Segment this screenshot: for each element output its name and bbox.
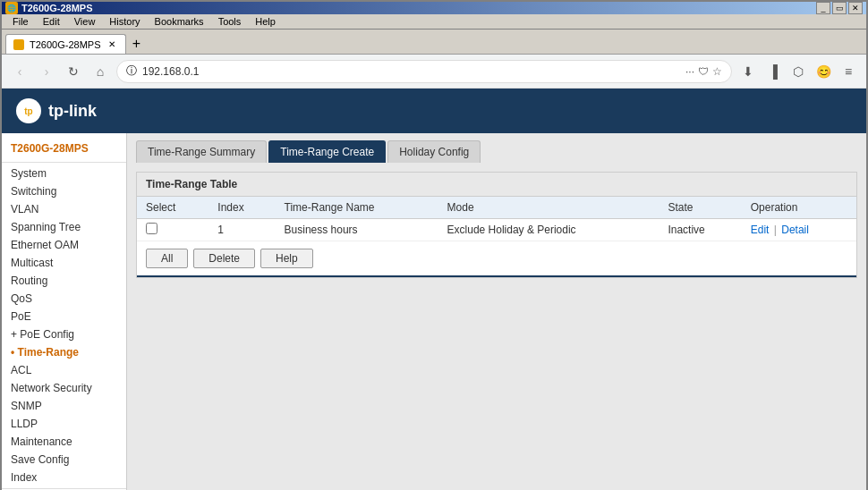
sidebar: T2600G-28MPS System Switching VLAN Spann… xyxy=(2,133,127,490)
sidebar-item-acl[interactable]: ACL xyxy=(2,361,126,379)
row-index: 1 xyxy=(208,219,275,241)
logo-text: tp-link xyxy=(48,102,97,121)
content-area: Time-Range Summary Time-Range Create Hol… xyxy=(127,133,866,490)
sidebar-item-routing[interactable]: Routing xyxy=(2,272,126,290)
col-mode: Mode xyxy=(438,197,660,219)
sidebar-item-index[interactable]: Index xyxy=(2,469,126,486)
sidebar-item-poe[interactable]: PoE xyxy=(2,308,126,325)
sidebar-item-poe-config[interactable]: + PoE Config xyxy=(2,325,126,343)
row-name: Business hours xyxy=(276,219,438,241)
row-checkbox[interactable] xyxy=(146,223,157,234)
tab-time-range-create[interactable]: Time-Range Create xyxy=(268,140,386,163)
sidebar-item-multicast[interactable]: Multicast xyxy=(2,254,126,272)
sidebar-item-time-range[interactable]: • Time-Range xyxy=(2,343,126,361)
sidebar-item-save-config[interactable]: Save Config xyxy=(2,451,126,469)
sidebar-item-system[interactable]: System xyxy=(2,165,126,182)
table-header-row: Select Index Time-Range Name Mode State … xyxy=(137,197,856,219)
dots-icon: ··· xyxy=(685,65,694,78)
table-container: Time-Range Table Select Index Time-Range… xyxy=(136,172,857,278)
sidebar-divider-bottom xyxy=(2,488,126,489)
browser-tab-active[interactable]: T2600G-28MPS ✕ xyxy=(5,34,126,54)
address-bar: ‹ › ↻ ⌂ ⓘ 192.168.0.1 ··· 🛡 ☆ ⬇ ▐ ⬡ 😊 ≡ xyxy=(2,55,866,89)
edit-link[interactable]: Edit xyxy=(751,224,770,236)
menu-dots-icon[interactable]: ≡ xyxy=(838,61,859,82)
table-buttons: All Delete Help xyxy=(137,241,856,275)
sidebar-item-snmp[interactable]: SNMP xyxy=(2,397,126,415)
help-button[interactable]: Help xyxy=(260,249,313,268)
browser-action-icons: ⬇ ▐ ⬡ 😊 ≡ xyxy=(737,61,859,82)
table-bottom-border xyxy=(137,275,856,277)
col-state: State xyxy=(659,197,741,219)
window-title: T2600G-28MPS xyxy=(21,3,92,13)
shield-icon: 🛡 xyxy=(698,65,709,78)
security-icon: ⓘ xyxy=(126,63,137,79)
new-tab-button[interactable]: + xyxy=(126,34,146,54)
refresh-button[interactable]: ↻ xyxy=(63,61,84,82)
url-icons: ··· 🛡 ☆ xyxy=(685,65,722,78)
title-bar-controls: _ ▭ ✕ xyxy=(816,2,863,14)
browser-icon: 🌐 xyxy=(5,2,18,14)
sidebar-item-network-security[interactable]: Network Security xyxy=(2,379,126,397)
menu-tools[interactable]: Tools xyxy=(211,14,249,29)
menu-view[interactable]: View xyxy=(67,14,103,29)
sidebar-device-title: T2600G-28MPS xyxy=(2,133,126,160)
forward-button[interactable]: › xyxy=(36,61,57,82)
sidebar-item-vlan[interactable]: VLAN xyxy=(2,200,126,218)
title-bar-left: 🌐 T2600G-28MPS xyxy=(5,2,92,14)
row-state: Inactive xyxy=(659,219,741,241)
sidebar-item-maintenance[interactable]: Maintenance xyxy=(2,433,126,451)
browser: T2600G-28MPS ✕ + ‹ › ↻ ⌂ ⓘ 192.168.0.1 ·… xyxy=(2,30,866,490)
menu-file[interactable]: File xyxy=(5,14,36,29)
content-tabs: Time-Range Summary Time-Range Create Hol… xyxy=(127,133,866,163)
menu-history[interactable]: History xyxy=(102,14,147,29)
delete-button[interactable]: Delete xyxy=(193,249,255,268)
row-mode: Exclude Holiday & Periodic xyxy=(438,219,660,241)
title-bar: 🌐 T2600G-28MPS _ ▭ ✕ xyxy=(2,2,866,14)
tplink-logo: tp tp-link xyxy=(16,98,97,123)
menu-bar: File Edit View History Bookmarks Tools H… xyxy=(2,14,866,30)
op-separator: | xyxy=(774,224,777,236)
sidebar-divider-top xyxy=(2,162,126,163)
sidebar-item-ethernet-oam[interactable]: Ethernet OAM xyxy=(2,236,126,254)
home-button[interactable]: ⌂ xyxy=(89,61,111,82)
sidebar-item-lldp[interactable]: LLDP xyxy=(2,415,126,433)
url-bar[interactable]: ⓘ 192.168.0.1 ··· 🛡 ☆ xyxy=(116,60,732,83)
extensions-icon[interactable]: ⬡ xyxy=(787,61,809,82)
url-text: 192.168.0.1 xyxy=(142,65,680,78)
reader-icon[interactable]: ▐ xyxy=(762,61,784,82)
star-icon[interactable]: ☆ xyxy=(712,65,722,78)
close-button[interactable]: ✕ xyxy=(848,2,863,14)
profile-icon[interactable]: 😊 xyxy=(813,61,834,82)
col-index: Index xyxy=(208,197,275,219)
tab-close-button[interactable]: ✕ xyxy=(106,38,118,51)
all-button[interactable]: All xyxy=(146,249,188,268)
col-name: Time-Range Name xyxy=(276,197,438,219)
download-icon[interactable]: ⬇ xyxy=(737,61,759,82)
table-row: 1 Business hours Exclude Holiday & Perio… xyxy=(137,219,856,241)
row-operation: Edit | Detail xyxy=(742,219,856,241)
sidebar-item-spanning-tree[interactable]: Spanning Tree xyxy=(2,218,126,236)
minimize-button[interactable]: _ xyxy=(816,2,830,14)
menu-edit[interactable]: Edit xyxy=(36,14,67,29)
back-button[interactable]: ‹ xyxy=(9,61,30,82)
col-operation: Operation xyxy=(742,197,856,219)
tplink-header: tp tp-link xyxy=(2,89,866,133)
logo-icon: tp xyxy=(24,106,32,116)
tab-bar: T2600G-28MPS ✕ + xyxy=(2,30,866,55)
tab-time-range-summary[interactable]: Time-Range Summary xyxy=(136,140,267,163)
tab-label: T2600G-28MPS xyxy=(30,39,100,50)
logo-circle: tp xyxy=(16,98,41,123)
tab-holiday-config[interactable]: Holiday Config xyxy=(387,140,481,163)
menu-help[interactable]: Help xyxy=(248,14,283,29)
menu-bookmarks[interactable]: Bookmarks xyxy=(148,14,211,29)
tab-favicon xyxy=(13,39,24,50)
sidebar-item-qos[interactable]: QoS xyxy=(2,290,126,308)
main-layout: T2600G-28MPS System Switching VLAN Spann… xyxy=(2,133,866,490)
detail-link[interactable]: Detail xyxy=(781,224,809,236)
table-title: Time-Range Table xyxy=(137,173,856,197)
time-range-table: Select Index Time-Range Name Mode State … xyxy=(137,197,856,241)
restore-button[interactable]: ▭ xyxy=(832,2,847,14)
sidebar-item-switching[interactable]: Switching xyxy=(2,182,126,200)
row-select xyxy=(137,219,208,241)
window-frame: 🌐 T2600G-28MPS _ ▭ ✕ File Edit View Hist… xyxy=(0,0,868,490)
